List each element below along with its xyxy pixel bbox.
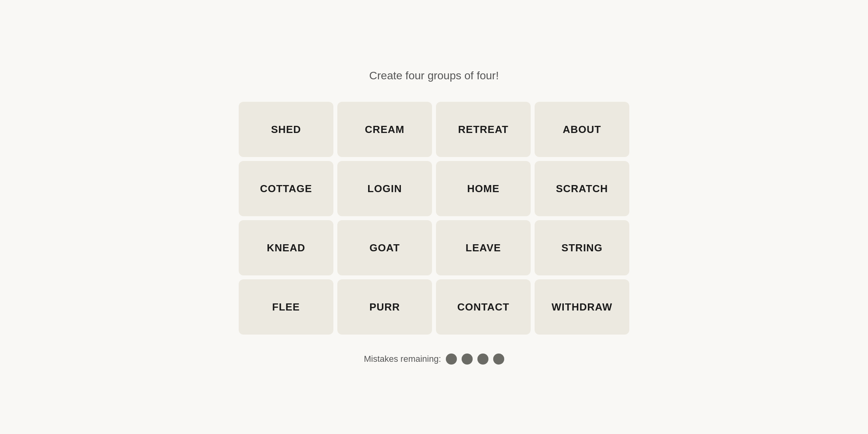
tile-label-leave: LEAVE [466, 242, 501, 254]
tile-goat[interactable]: GOAT [337, 220, 432, 275]
tile-scratch[interactable]: SCRATCH [535, 161, 629, 216]
tile-label-string: STRING [561, 242, 602, 254]
tile-label-login: LOGIN [367, 183, 402, 195]
mistake-dot-4 [493, 354, 504, 365]
tile-label-goat: GOAT [369, 242, 400, 254]
mistake-dot-1 [446, 354, 457, 365]
tile-label-shed: SHED [271, 123, 301, 136]
tile-purr[interactable]: PURR [337, 279, 432, 335]
mistakes-label: Mistakes remaining: [364, 354, 441, 364]
tile-cream[interactable]: CREAM [337, 102, 432, 157]
tile-home[interactable]: HOME [436, 161, 531, 216]
tile-withdraw[interactable]: WITHDRAW [535, 279, 629, 335]
tile-label-cottage: COTTAGE [260, 183, 312, 195]
tile-label-cream: CREAM [365, 123, 404, 136]
tile-label-home: HOME [467, 183, 499, 195]
game-subtitle: Create four groups of four! [369, 69, 499, 82]
tile-label-knead: KNEAD [267, 242, 305, 254]
tile-label-retreat: RETREAT [458, 123, 509, 136]
tile-knead[interactable]: KNEAD [239, 220, 333, 275]
tile-label-contact: CONTACT [457, 301, 509, 313]
tile-leave[interactable]: LEAVE [436, 220, 531, 275]
tile-cottage[interactable]: COTTAGE [239, 161, 333, 216]
mistake-dot-2 [462, 354, 473, 365]
word-grid: SHEDCREAMRETREATABOUTCOTTAGELOGINHOMESCR… [239, 102, 629, 335]
tile-shed[interactable]: SHED [239, 102, 333, 157]
mistake-dot-3 [477, 354, 488, 365]
tile-about[interactable]: ABOUT [535, 102, 629, 157]
tile-string[interactable]: STRING [535, 220, 629, 275]
tile-label-flee: FLEE [272, 301, 300, 313]
tile-retreat[interactable]: RETREAT [436, 102, 531, 157]
tile-login[interactable]: LOGIN [337, 161, 432, 216]
tile-contact[interactable]: CONTACT [436, 279, 531, 335]
tile-label-scratch: SCRATCH [556, 183, 608, 195]
tile-label-purr: PURR [369, 301, 400, 313]
tile-label-withdraw: WITHDRAW [552, 301, 612, 313]
tile-label-about: ABOUT [563, 123, 601, 136]
mistakes-row: Mistakes remaining: [364, 354, 504, 365]
tile-flee[interactable]: FLEE [239, 279, 333, 335]
